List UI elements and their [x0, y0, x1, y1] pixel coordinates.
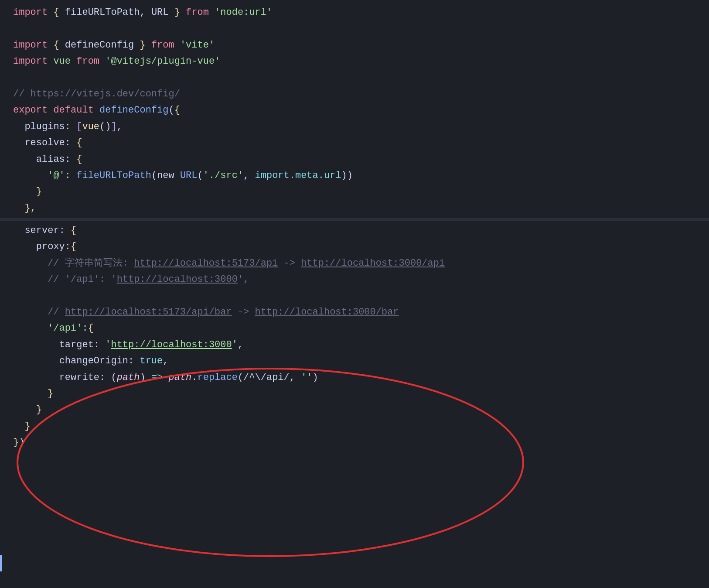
- code-line: // 字符串简写法: http://localhost:5173/api -> …: [0, 255, 709, 271]
- code-line: // https://vitejs.dev/config/: [0, 86, 709, 102]
- code-line: // http://localhost:5173/api/bar -> http…: [0, 304, 709, 320]
- code-line: '/api':{: [0, 320, 709, 336]
- code-line: alias: {: [0, 151, 709, 168]
- code-line: }: [0, 418, 709, 434]
- code-editor: import { fileURLToPath, URL } from 'node…: [0, 0, 709, 588]
- code-line: }: [0, 386, 709, 402]
- code-line: changeOrigin: true,: [0, 353, 709, 369]
- code-line: target: 'http://localhost:3000',: [0, 337, 709, 353]
- code-line: import { fileURLToPath, URL } from 'node…: [0, 4, 709, 21]
- code-line: }: [0, 184, 709, 200]
- left-indicator: [0, 555, 2, 571]
- code-line: '@': fileURLToPath(new URL('./src', impo…: [0, 168, 709, 184]
- code-line: export default defineConfig({: [0, 102, 709, 118]
- divider: [0, 218, 709, 221]
- code-line: server: {: [0, 222, 709, 239]
- code-line: // '/api': 'http://localhost:3000',: [0, 271, 709, 287]
- code-line: }): [0, 434, 709, 451]
- code-line: [0, 70, 709, 86]
- code-line: import { defineConfig } from 'vite': [0, 37, 709, 53]
- code-line: plugins: [vue()],: [0, 119, 709, 135]
- code-line: [0, 21, 709, 37]
- code-line: proxy:{: [0, 239, 709, 255]
- code-line: import vue from '@vitejs/plugin-vue': [0, 53, 709, 69]
- code-line: rewrite: (path) => path.replace(/^\/api/…: [0, 369, 709, 386]
- code-line: [0, 288, 709, 304]
- code-line: resolve: {: [0, 135, 709, 151]
- code-line: }: [0, 402, 709, 418]
- code-line: },: [0, 200, 709, 216]
